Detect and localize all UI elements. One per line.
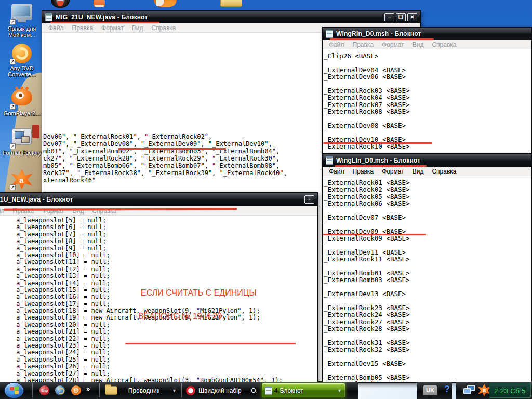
code-line: a_lweaponslot[13] = null; bbox=[16, 273, 283, 280]
code-line: a_lweaponslot[6] = null; bbox=[16, 224, 283, 231]
code-line: a_lweaponslot[25] = null; bbox=[16, 356, 283, 363]
code-line: ck27", "_ExternalRock28", "_ExternalRock… bbox=[43, 155, 287, 162]
code-line: _ExternalRock10 <BASE> bbox=[324, 143, 410, 150]
code-line: Dev07", "_ExternalDev08", "_ExternalDev0… bbox=[43, 140, 287, 148]
notepad-window-21u-new: 21U_NEW.java - Блокнот ▫ ФайлПравкаФорма… bbox=[0, 192, 318, 383]
menu-item[interactable]: Вид bbox=[408, 168, 428, 175]
taskbar-button-notepad-active[interactable]: 4 Блокнот ▼ bbox=[261, 383, 345, 398]
chevron-down-icon[interactable]: ▼ bbox=[168, 388, 177, 393]
code-line: _ExternalRock02 <BASE> bbox=[324, 186, 410, 193]
close-button[interactable]: ✕ bbox=[407, 13, 417, 21]
menu-item[interactable]: Правка bbox=[349, 41, 378, 48]
titlebar[interactable]: 21U_NEW.java - Блокнот ▫ bbox=[0, 193, 317, 206]
icon-label: GomPlayer2... bbox=[0, 110, 44, 116]
icon-label: Format Factory bbox=[0, 150, 44, 156]
text-area[interactable]: a_lweaponslot[5] = null;a_lweaponslot[6]… bbox=[0, 216, 317, 383]
text-area[interactable]: _Clip26 <BASE> _ExternalDev04 <BASE>_Ext… bbox=[323, 49, 531, 153]
window-title: WingLIn_D0.msh - Блокнот bbox=[336, 157, 420, 164]
shortcut-arrow-icon: ↗ bbox=[10, 19, 16, 25]
code-line: _ExternalDev04 <BASE> bbox=[324, 66, 410, 73]
globe-icon[interactable] bbox=[55, 385, 65, 395]
minimize-button[interactable]: ▫ bbox=[304, 195, 314, 204]
code-line: a_lweaponslot[27] = null; bbox=[16, 370, 283, 377]
red-underline-annotation bbox=[323, 234, 426, 235]
code-line: _ExternalRock09 <BASE> bbox=[324, 235, 410, 242]
code-line: _ExternalDev08 <BASE> bbox=[324, 122, 410, 129]
firefox-icon[interactable] bbox=[154, 0, 177, 7]
menu-item[interactable]: Справка bbox=[428, 41, 460, 48]
code-line: a_lweaponslot[22] = null; bbox=[16, 336, 283, 342]
desktop-icon-avast[interactable]: a↗ bbox=[0, 169, 44, 189]
red-underline-annotation bbox=[125, 343, 296, 344]
menu-item[interactable]: Справка bbox=[428, 168, 460, 175]
code-line: _Clip26 <BASE> bbox=[324, 52, 410, 59]
maximize-button[interactable]: ❐ bbox=[396, 13, 406, 21]
code-line: _ExternalDev15 <BASE> bbox=[324, 360, 410, 367]
help-icon[interactable]: ? bbox=[444, 384, 450, 395]
notepad-icon bbox=[326, 156, 333, 165]
gear-icon[interactable]: ⚙ bbox=[71, 385, 81, 395]
red-underline-annotation bbox=[118, 148, 226, 150]
network-monitors-icon[interactable] bbox=[463, 385, 476, 395]
desktop-icon-my-computer[interactable]: ↗ Ярлык дляМой ком... bbox=[0, 4, 44, 38]
code-line bbox=[324, 353, 410, 360]
taskbar-clock[interactable]: 2:23 Сб 5 bbox=[489, 383, 531, 398]
menu-item[interactable]: Формат bbox=[378, 168, 408, 175]
divider bbox=[32, 383, 33, 397]
code-line: _ExternalRock24 <BASE> bbox=[324, 311, 410, 318]
snip-icon[interactable]: Snp bbox=[39, 385, 49, 395]
menu-item[interactable]: Вид bbox=[128, 24, 148, 32]
menu-item[interactable]: Формат bbox=[378, 41, 408, 48]
code-line: Rock37", "_ExternalRock38", "_ExternalRo… bbox=[43, 169, 287, 177]
code-line bbox=[324, 263, 410, 270]
code-line bbox=[324, 115, 410, 122]
code-line: a_lweaponslot[9] = null; bbox=[16, 245, 283, 252]
code-line bbox=[324, 284, 410, 290]
code-line: _ExternalRock23 <BASE> bbox=[324, 304, 410, 311]
code-line: _ExternalRock11 <BASE> bbox=[324, 256, 410, 262]
chevron-down-icon[interactable]: ▼ bbox=[333, 388, 342, 393]
code-line: a_lweaponslot[5] = null; bbox=[16, 217, 283, 224]
icon-label: Any DVDConverte... bbox=[0, 65, 44, 77]
shortcut-arrow-icon: ↗ bbox=[10, 143, 16, 149]
taskbar-button-explorer[interactable]: 11 Проводник ▼ bbox=[102, 383, 180, 398]
code-line: _ExternalBomb01 <BASE> bbox=[324, 270, 410, 276]
opera-icon[interactable] bbox=[51, 0, 70, 8]
chevron-more-icon[interactable]: » bbox=[86, 385, 89, 393]
menu-item[interactable]: Файл bbox=[325, 168, 349, 175]
menu-item[interactable]: Файл bbox=[325, 41, 349, 48]
text-area[interactable]: _ExternalRock01 <BASE>_ExternalRock02 <B… bbox=[323, 176, 531, 382]
menu-item[interactable]: Правка bbox=[349, 168, 378, 175]
code-line: _ExternalBomb03 <BASE> bbox=[324, 276, 410, 283]
menu-item[interactable]: Правка bbox=[68, 24, 98, 32]
language-indicator[interactable]: UK bbox=[423, 385, 437, 395]
notepad-window-winglin: WingLIn_D0.msh - Блокнот ФайлПравкаФорма… bbox=[322, 154, 532, 383]
menu-item[interactable]: Формат bbox=[97, 24, 128, 32]
window-title: WingRIn_D0.msh - Блокнот bbox=[336, 30, 421, 37]
menu-bar: ФайлПравкаФорматВидСправка bbox=[0, 206, 317, 216]
code-line bbox=[324, 221, 410, 228]
minimize-button[interactable]: – bbox=[384, 13, 394, 21]
taskbar-button-opera[interactable]: Швидкий набір — O... bbox=[183, 383, 260, 398]
code-line: _ExternalDev07 <BASE> bbox=[324, 214, 410, 221]
code-line: _ExternalRock01 <BASE> bbox=[324, 179, 410, 186]
folder-icon bbox=[105, 386, 117, 395]
folder-icon[interactable] bbox=[220, 0, 242, 7]
code-line: a_lweaponslot[14] = null; bbox=[16, 280, 283, 287]
gom-player-icon bbox=[11, 89, 32, 105]
vlc-cone-icon[interactable] bbox=[94, 0, 105, 7]
shortcut-arrow-icon: ↗ bbox=[10, 184, 16, 190]
desktop-icon-gomplayer[interactable]: ↗ GomPlayer2... bbox=[0, 87, 44, 116]
menu-item[interactable]: Справка bbox=[147, 24, 180, 32]
red-underline-annotation bbox=[50, 22, 159, 23]
start-button[interactable] bbox=[4, 382, 24, 398]
menu-item[interactable]: Вид bbox=[408, 41, 428, 48]
menu-item[interactable]: Файл bbox=[44, 24, 68, 32]
task-label: Швидкий набір — O... bbox=[198, 387, 257, 394]
code-line bbox=[324, 332, 410, 339]
desktop-icon-format-factory[interactable]: ↗ Format Factory bbox=[0, 127, 44, 156]
code-line: _ExternalRock31 <BASE> bbox=[324, 339, 410, 346]
desktop-icon-anydvd[interactable]: ↗ Any DVDConverte... bbox=[0, 44, 44, 77]
code-line: a_lweaponslot[11] = null; bbox=[16, 259, 283, 265]
icon-label: Ярлык дляМой ком... bbox=[0, 25, 44, 38]
